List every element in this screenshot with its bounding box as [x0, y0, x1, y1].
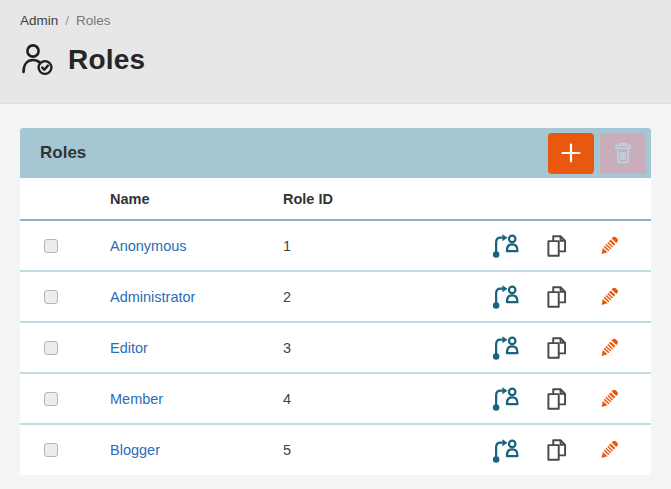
role-id-value: 3 [283, 340, 291, 356]
assign-users-button[interactable] [491, 436, 520, 465]
panel-title: Roles [40, 143, 86, 163]
roles-panel: Roles [20, 128, 651, 475]
role-id-value: 5 [283, 442, 291, 458]
table-row: Member 4 [20, 373, 651, 424]
role-name-link[interactable]: Anonymous [110, 238, 187, 254]
copy-icon [543, 385, 571, 413]
roles-admin-page: Admin/Roles Roles Roles [0, 0, 671, 489]
edit-role-button[interactable] [595, 385, 623, 413]
copy-icon [543, 283, 571, 311]
assign-users-button[interactable] [491, 384, 520, 413]
copy-icon [543, 232, 571, 260]
assign-users-icon [491, 282, 520, 311]
role-name-link[interactable]: Member [110, 391, 163, 407]
plus-icon [559, 141, 583, 165]
delete-roles-button[interactable] [600, 133, 646, 174]
table-row: Anonymous 1 [20, 220, 651, 271]
breadcrumb: Admin/Roles [20, 0, 651, 28]
trash-icon [610, 140, 636, 166]
row-select-checkbox[interactable] [44, 290, 58, 304]
breadcrumb-current: Roles [76, 13, 111, 28]
assign-users-icon [491, 333, 520, 362]
edit-icon [595, 232, 623, 260]
page-title: Roles [68, 44, 145, 76]
role-name-link[interactable]: Administrator [110, 289, 195, 305]
copy-role-button[interactable] [543, 385, 571, 413]
copy-icon [543, 436, 571, 464]
roles-table: Name Role ID Anonymous 1 [20, 178, 651, 475]
page-header: Admin/Roles Roles [0, 0, 671, 104]
table-row: Administrator 2 [20, 271, 651, 322]
row-select-checkbox[interactable] [44, 392, 58, 406]
copy-role-button[interactable] [543, 334, 571, 362]
assign-users-icon [491, 231, 520, 260]
add-role-button[interactable] [548, 133, 594, 174]
edit-icon [595, 385, 623, 413]
panel-toolbar [548, 133, 646, 174]
edit-role-button[interactable] [595, 436, 623, 464]
column-header-name: Name [110, 178, 283, 220]
row-select-checkbox[interactable] [44, 443, 58, 457]
role-name-link[interactable]: Editor [110, 340, 148, 356]
copy-role-button[interactable] [543, 436, 571, 464]
assign-users-button[interactable] [491, 282, 520, 311]
edit-icon [595, 283, 623, 311]
edit-role-button[interactable] [595, 283, 623, 311]
table-row: Editor 3 [20, 322, 651, 373]
role-id-value: 1 [283, 238, 291, 254]
column-header-role-id: Role ID [283, 178, 479, 220]
assign-users-icon [491, 436, 520, 465]
role-id-value: 2 [283, 289, 291, 305]
edit-icon [595, 436, 623, 464]
table-row: Blogger 5 [20, 424, 651, 475]
assign-users-button[interactable] [491, 231, 520, 260]
row-select-checkbox[interactable] [44, 341, 58, 355]
assign-users-icon [491, 384, 520, 413]
edit-role-button[interactable] [595, 232, 623, 260]
assign-users-button[interactable] [491, 333, 520, 362]
role-name-link[interactable]: Blogger [110, 442, 160, 458]
user-check-icon [20, 43, 57, 76]
table-header-row: Name Role ID [20, 178, 651, 220]
row-select-checkbox[interactable] [44, 239, 58, 253]
roles-panel-header: Roles [20, 128, 651, 178]
breadcrumb-link-admin[interactable]: Admin [20, 13, 58, 28]
edit-role-button[interactable] [595, 334, 623, 362]
column-header-checkbox [20, 178, 110, 220]
copy-icon [543, 334, 571, 362]
breadcrumb-separator: / [65, 13, 69, 28]
edit-icon [595, 334, 623, 362]
copy-role-button[interactable] [543, 283, 571, 311]
copy-role-button[interactable] [543, 232, 571, 260]
role-id-value: 4 [283, 391, 291, 407]
